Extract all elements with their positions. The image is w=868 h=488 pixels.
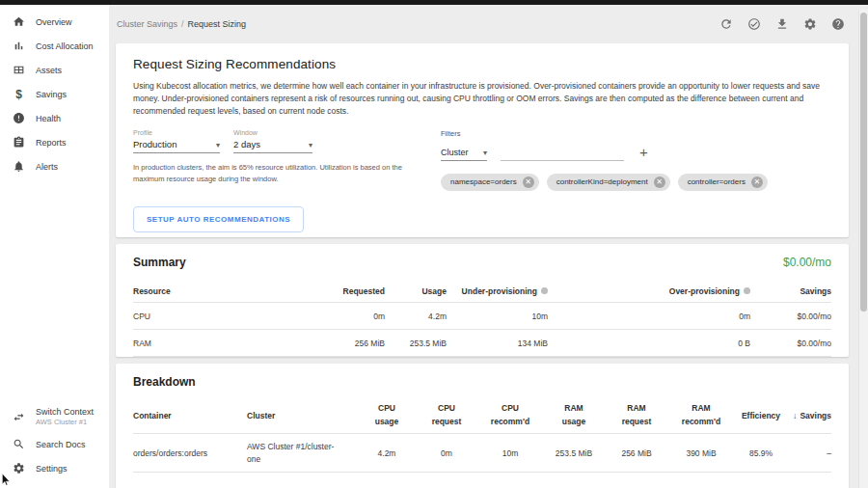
summary-title: Summary	[133, 256, 186, 269]
col-savings-sorted[interactable]: ↓Savings	[788, 411, 831, 420]
window-select[interactable]: Window 2 days▾	[233, 129, 312, 153]
bar-chart-icon	[13, 40, 25, 52]
remove-chip-icon[interactable]: ✕	[751, 176, 763, 188]
cluster-cell: AWS Cluster #1/cluster-one	[247, 441, 358, 466]
summary-table: Resource Requested Usage Under-provision…	[133, 280, 831, 357]
col-over-provisioning: Over-provisioning	[548, 286, 750, 296]
setup-auto-recommendations-button[interactable]: SETUP AUTO RECOMMENDATIONS	[133, 206, 304, 232]
sidebar-item-search-docs[interactable]: Search Docs	[0, 432, 109, 456]
breadcrumb: Cluster Savings/Request Sizing	[117, 19, 246, 29]
filter-chip: namespace=orders ✕	[441, 174, 539, 191]
table-row: orders/orders:orders AWS Cluster #1/clus…	[133, 434, 831, 473]
col-ram-request[interactable]: RAMrequest	[605, 402, 668, 428]
current-cluster-label: AWS Cluster #1	[36, 418, 94, 426]
page-header: Cluster Savings/Request Sizing	[109, 5, 868, 43]
table-row-cpu: CPU 0m 4.2m 10m 0m $0.00/mo	[133, 303, 831, 330]
col-resource: Resource	[133, 286, 273, 296]
col-cpu-request[interactable]: CPUrequest	[416, 402, 477, 428]
sidebar-item-label: Overview	[36, 17, 72, 27]
sidebar-item-switch-context[interactable]: Switch Context AWS Cluster #1	[0, 401, 109, 432]
sidebar-item-label: Cost Allocation	[36, 41, 94, 51]
breadcrumb-request-sizing: Request Sizing	[188, 19, 247, 29]
col-cpu-recommended[interactable]: CPUrecomm'd	[477, 402, 543, 428]
filters-label: Filters	[441, 129, 831, 138]
sidebar-footer: Switch Context AWS Cluster #1 Search Doc…	[0, 401, 109, 480]
info-icon[interactable]	[541, 287, 548, 294]
scrollbar[interactable]	[858, 10, 868, 488]
refresh-icon[interactable]	[719, 17, 733, 32]
col-ram-usage[interactable]: RAMusage	[543, 402, 605, 428]
col-savings: Savings	[750, 286, 831, 296]
request-sizing-card: Request Sizing Recommendations Using Kub…	[116, 43, 849, 237]
sidebar-item-label: Health	[36, 114, 61, 123]
col-usage: Usage	[385, 286, 447, 296]
filter-chip: controller=orders ✕	[678, 174, 768, 191]
grid-icon	[13, 64, 25, 76]
sidebar: Overview Cost Allocation Assets $ Saving…	[0, 5, 109, 488]
swap-arrows-icon	[13, 411, 25, 423]
clipboard-icon	[13, 136, 25, 149]
col-ram-recommended[interactable]: RAMrecomm'd	[668, 402, 734, 428]
filter-chip: controllerKind=deployment ✕	[547, 174, 670, 191]
col-cpu-usage[interactable]: CPUusage	[358, 402, 416, 428]
sidebar-item-alerts[interactable]: Alerts	[0, 154, 109, 178]
check-circle-icon[interactable]	[746, 17, 761, 32]
profile-helper-text: In production clusters, the aim is 65% r…	[133, 162, 422, 185]
summary-header-row: Resource Requested Usage Under-provision…	[133, 280, 831, 303]
bell-icon	[13, 160, 25, 173]
sidebar-item-label: Savings	[36, 90, 67, 99]
sidebar-item-settings[interactable]: Settings	[0, 456, 109, 480]
scrollbar-thumb[interactable]	[860, 13, 867, 312]
remove-chip-icon[interactable]: ✕	[654, 176, 665, 188]
total-savings-value: $0.00/mo	[783, 256, 831, 269]
col-efficiency[interactable]: Efficiency	[734, 411, 788, 420]
app-window: Overview Cost Allocation Assets $ Saving…	[0, 0, 868, 488]
breadcrumb-separator: /	[181, 19, 184, 29]
profile-window-controls: Profile Production▾ Window 2 days▾ In pr…	[133, 129, 429, 191]
col-container[interactable]: Container	[133, 411, 247, 420]
gear-icon[interactable]	[802, 17, 817, 32]
sidebar-item-overview[interactable]: Overview	[0, 10, 109, 34]
sidebar-item-label: Assets	[36, 66, 62, 75]
chevron-down-icon: ▾	[309, 141, 312, 149]
gear-icon	[13, 462, 25, 474]
summary-card: Summary $0.00/mo Resource Requested Usag…	[116, 244, 849, 357]
page-title: Request Sizing Recommendations	[133, 57, 831, 71]
sidebar-item-label: Settings	[36, 464, 68, 474]
info-icon[interactable]	[744, 287, 750, 294]
controls-row: Profile Production▾ Window 2 days▾ In pr…	[133, 129, 831, 191]
breadcrumb-cluster-savings[interactable]: Cluster Savings	[117, 19, 177, 29]
add-filter-button[interactable]: +	[637, 145, 650, 161]
profile-select[interactable]: Profile Production▾	[133, 129, 220, 153]
sidebar-item-health[interactable]: Health	[0, 106, 109, 130]
sidebar-item-label: Search Docs	[36, 440, 86, 449]
remove-chip-icon[interactable]: ✕	[523, 176, 534, 188]
search-icon	[13, 438, 25, 450]
sort-desc-icon: ↓	[793, 411, 798, 420]
dollar-icon: $	[13, 88, 25, 100]
container-cell: orders/orders:orders	[133, 448, 247, 458]
chevron-down-icon: ▾	[483, 149, 487, 157]
filter-chips: namespace=orders ✕ controllerKind=deploy…	[441, 174, 831, 191]
col-requested: Requested	[273, 286, 385, 296]
home-icon	[13, 15, 25, 28]
help-icon[interactable]	[830, 17, 845, 32]
window-label: Window	[233, 129, 312, 136]
breakdown-title: Breakdown	[133, 375, 831, 389]
sidebar-item-cost-allocation[interactable]: Cost Allocation	[0, 34, 109, 58]
chevron-down-icon: ▾	[216, 141, 220, 149]
top-black-bar	[0, 0, 868, 5]
col-cluster[interactable]: Cluster	[247, 411, 358, 420]
main-area: Cluster Savings/Request Sizing Request S…	[109, 5, 868, 488]
breakdown-card: Breakdown Container Cluster CPUusage CPU…	[116, 364, 849, 488]
table-row-ram: RAM 256 MiB 253.5 MiB 134 MiB 0 B $0.00/…	[133, 330, 831, 357]
sidebar-item-label: Reports	[36, 138, 67, 148]
switch-context-label: Switch Context	[36, 407, 94, 418]
sidebar-item-assets[interactable]: Assets	[0, 58, 109, 82]
filter-value-input[interactable]	[501, 147, 624, 161]
sidebar-item-reports[interactable]: Reports	[0, 130, 109, 154]
breakdown-header-row: Container Cluster CPUusage CPUrequest CP…	[133, 397, 831, 434]
filter-type-select[interactable]: Cluster▾	[441, 148, 487, 161]
sidebar-item-savings[interactable]: $ Savings	[0, 82, 109, 106]
download-icon[interactable]	[774, 17, 789, 32]
